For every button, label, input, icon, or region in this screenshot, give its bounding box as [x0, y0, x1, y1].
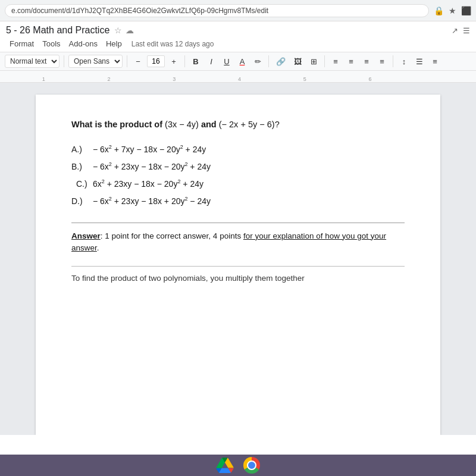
option-a: A.) − 6x2 + 7xy − 18x − 20y2 + 24y [71, 142, 405, 157]
option-d-expr: − 6x2 + 23xy − 18x + 20y2 − 24y [93, 194, 211, 209]
document-area: What is the product of (3x − 4y) and (− … [0, 83, 476, 435]
align-center-button[interactable]: ≡ [345, 56, 358, 67]
answer-body: : 1 point for the correct answer, 4 poin… [101, 231, 243, 240]
menu-help[interactable]: Help [102, 38, 126, 49]
menu-icon[interactable]: ⬛ [461, 6, 471, 15]
option-d-label: D.) [71, 194, 93, 209]
browser-url-bar: e.com/document/d/1dYhJ2QTq2XhBE4G6Oie2Gw… [0, 0, 476, 21]
answer-label: Answer [71, 231, 101, 240]
section-divider [71, 223, 405, 223]
more-options-button[interactable]: ≡ [428, 56, 441, 67]
line-spacing-button[interactable]: ↕ [397, 56, 411, 67]
question-text: What is the product of (3x − 4y) and (− … [71, 118, 405, 131]
underline-button[interactable]: U [220, 56, 233, 67]
list-button[interactable]: ☰ [413, 56, 426, 67]
url-text[interactable]: e.com/document/d/1dYhJ2QTq2XhBE4G6Oie2Gw… [5, 4, 429, 17]
font-size-decrease[interactable]: − [131, 56, 145, 67]
option-c-label: C.) [71, 177, 93, 192]
ruler-mark-2: 2 [107, 76, 110, 82]
option-a-expr: − 6x2 + 7xy − 18x − 20y2 + 24y [93, 142, 206, 157]
footer-text: To find the product of two polynomials, … [71, 266, 405, 283]
star-bookmark-icon[interactable]: ☆ [114, 26, 122, 35]
document-page[interactable]: What is the product of (3x − 4y) and (− … [36, 95, 440, 435]
divider-3 [184, 55, 185, 67]
menu-right-icon[interactable]: ☰ [463, 26, 470, 35]
option-c: C.) 6x2 + 23xy − 18x − 20y2 + 24y [71, 177, 405, 192]
divider-4 [268, 55, 269, 67]
docs-top-right: ↗ ☰ [452, 26, 470, 35]
justify-button[interactable]: ≡ [375, 56, 389, 67]
taskbar [0, 455, 476, 476]
divider-2 [127, 55, 127, 67]
table-button[interactable]: ⊞ [307, 56, 320, 67]
style-selector[interactable]: Normal text [5, 55, 60, 68]
divider-1 [64, 55, 64, 67]
align-left-button[interactable]: ≡ [329, 56, 342, 67]
star-icon[interactable]: ★ [449, 6, 456, 15]
activity-icon[interactable]: ↗ [452, 26, 458, 35]
docs-title: 5 - 26 Math and Practice [6, 25, 109, 36]
options-list: A.) − 6x2 + 7xy − 18x − 20y2 + 24y B.) −… [71, 142, 405, 209]
drive-icon[interactable] [216, 458, 234, 473]
menu-bar: Format Tools Add-ons Help Last edit was … [6, 38, 470, 52]
ruler: 1 2 3 4 5 6 [0, 71, 476, 83]
browser-icons: 🔒 ★ ⬛ [434, 6, 471, 15]
answer-end: . [97, 243, 99, 252]
ruler-mark-4: 4 [238, 76, 241, 82]
italic-button[interactable]: I [205, 56, 218, 67]
option-c-expr: 6x2 + 23xy − 18x − 20y2 + 24y [93, 177, 203, 192]
highlight-button[interactable]: ✏ [251, 56, 264, 67]
ruler-mark-6: 6 [369, 76, 372, 82]
divider-5 [324, 55, 325, 67]
divider-6 [393, 55, 393, 67]
option-b-label: B.) [71, 159, 93, 174]
menu-tools[interactable]: Tools [39, 38, 64, 49]
ruler-mark-1: 1 [42, 76, 45, 82]
ruler-mark-5: 5 [303, 76, 306, 82]
chrome-icon[interactable] [243, 457, 260, 474]
lock-icon: 🔒 [434, 6, 444, 15]
last-edit-text: Last edit was 12 days ago [131, 40, 214, 48]
option-d: D.) − 6x2 + 23xy − 18x + 20y2 − 24y [71, 194, 405, 209]
cloud-icon: ☁ [126, 26, 134, 35]
option-b: B.) − 6x2 + 23xy − 18x − 20y2 + 24y [71, 159, 405, 174]
option-a-label: A.) [71, 142, 93, 157]
font-size-input[interactable] [147, 55, 165, 67]
menu-format[interactable]: Format [6, 38, 37, 49]
answer-text: Answer: 1 point for the correct answer, … [71, 230, 405, 255]
option-b-expr: − 6x2 + 23xy − 18x − 20y2 + 24y [93, 159, 211, 174]
image-button[interactable]: 🖼 [291, 56, 305, 67]
docs-title-icons: ☆ ☁ [114, 26, 134, 35]
font-selector[interactable]: Open Sans [68, 55, 123, 68]
docs-title-row: 5 - 26 Math and Practice ☆ ☁ ↗ ☰ [6, 25, 470, 36]
link-button[interactable]: 🔗 [273, 56, 289, 67]
ruler-marks: 1 2 3 4 5 6 [5, 71, 471, 82]
font-color-button[interactable]: A [236, 56, 249, 67]
ruler-mark-3: 3 [173, 76, 176, 82]
docs-topbar: 5 - 26 Math and Practice ☆ ☁ ↗ ☰ Format … [0, 21, 476, 52]
font-size-increase[interactable]: + [167, 56, 180, 67]
bold-button[interactable]: B [189, 56, 202, 67]
align-right-button[interactable]: ≡ [360, 56, 373, 67]
menu-addons[interactable]: Add-ons [65, 38, 101, 49]
toolbar: Normal text Open Sans − + B I U A ✏ 🔗 🖼 … [0, 52, 476, 71]
